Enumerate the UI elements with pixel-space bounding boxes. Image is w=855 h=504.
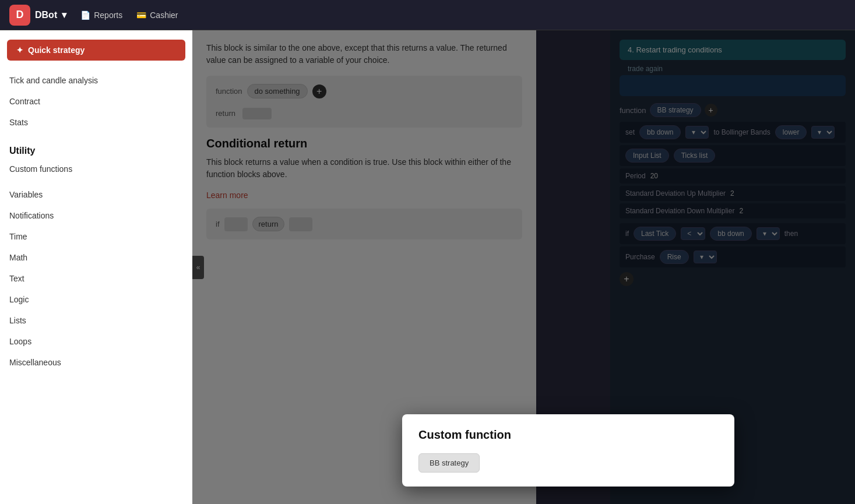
sidebar: ✦ Quick strategy Tick and candle analysi… <box>0 30 192 504</box>
logo-dropdown-icon: ▾ <box>62 9 66 20</box>
sidebar-item-custom-functions[interactable]: Custom functions <box>0 158 192 179</box>
cashier-label: Cashier <box>150 10 178 20</box>
sidebar-item-logic[interactable]: Logic <box>0 289 192 310</box>
utility-group: Utility Custom functions <box>0 133 192 184</box>
quick-strategy-icon: ✦ <box>16 45 23 55</box>
sidebar-item-variables[interactable]: Variables <box>0 184 192 205</box>
logo-icon: D <box>9 5 30 26</box>
reports-icon: 📄 <box>80 10 90 20</box>
sidebar-item-miscellaneous[interactable]: Miscellaneous <box>0 352 192 373</box>
logo-text: DBot <box>35 10 57 20</box>
cashier-icon: 💳 <box>136 10 146 20</box>
sidebar-item-notifications[interactable]: Notifications <box>0 205 192 226</box>
utility-label: Utility <box>0 140 192 158</box>
content-area: This block is similar to the one above, … <box>192 30 855 504</box>
cashier-nav-link[interactable]: 💳 Cashier <box>136 10 178 20</box>
sidebar-item-lists[interactable]: Lists <box>0 310 192 331</box>
reports-nav-link[interactable]: 📄 Reports <box>80 10 122 20</box>
sidebar-item-stats[interactable]: Stats <box>0 112 192 133</box>
sidebar-item-tick-candle[interactable]: Tick and candle analysis <box>0 70 192 91</box>
reports-label: Reports <box>94 10 122 20</box>
sidebar-item-loops[interactable]: Loops <box>0 331 192 352</box>
sidebar-item-text[interactable]: Text <box>0 268 192 289</box>
quick-strategy-label: Quick strategy <box>28 45 85 55</box>
sidebar-item-time[interactable]: Time <box>0 226 192 247</box>
custom-function-modal: Custom function BB strategy <box>402 414 734 487</box>
logo-button[interactable]: D DBot ▾ <box>9 5 66 26</box>
sidebar-item-contract[interactable]: Contract <box>0 91 192 112</box>
sidebar-item-math[interactable]: Math <box>0 247 192 268</box>
quick-strategy-button[interactable]: ✦ Quick strategy <box>7 40 185 61</box>
main-layout: ✦ Quick strategy Tick and candle analysi… <box>0 30 855 504</box>
modal-title: Custom function <box>418 428 718 442</box>
top-nav: D DBot ▾ 📄 Reports 💳 Cashier <box>0 0 855 30</box>
bb-strategy-tab[interactable]: BB strategy <box>418 453 480 473</box>
